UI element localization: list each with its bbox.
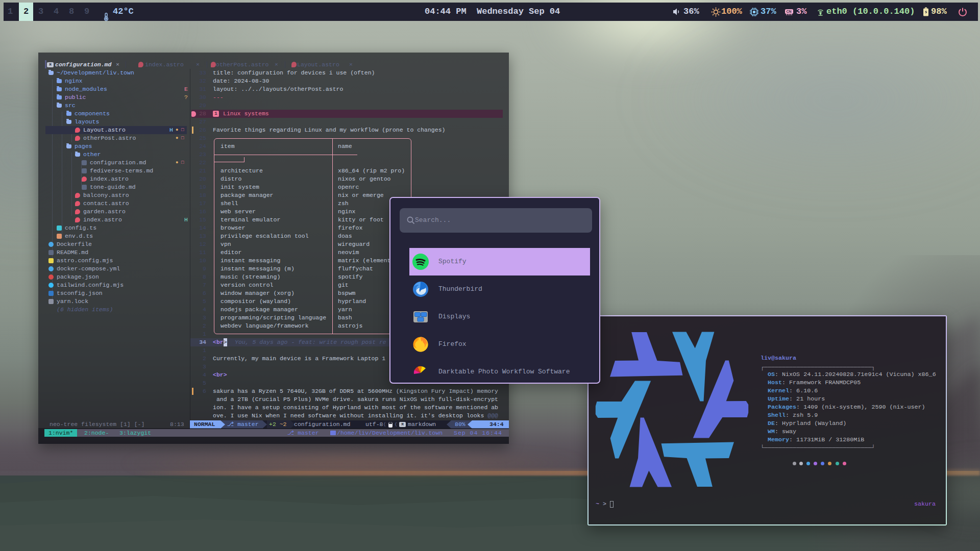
svg-text:CN: CN [786, 10, 791, 13]
